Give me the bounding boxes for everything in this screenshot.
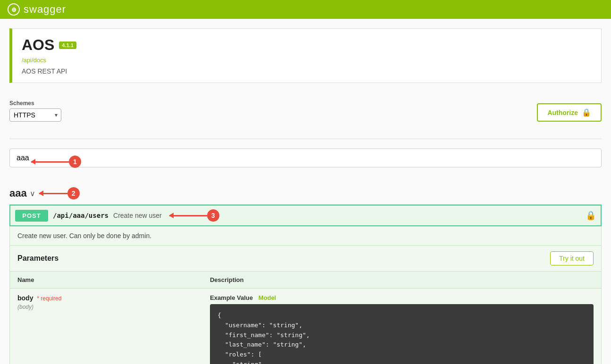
tag-chevron: ∨ — [30, 189, 35, 198]
schemes-section: Schemes HTTPS HTTP — [9, 100, 61, 122]
api-version-badge: 4.1.1 — [59, 41, 76, 49]
annotation-circle-3: 3 — [207, 209, 219, 222]
tag-name: aaa — [9, 187, 27, 199]
main-content: AOS 4.1.1 /api/docs AOS REST API Schemes… — [0, 19, 611, 364]
example-value-header: Example Value Model — [210, 294, 594, 301]
authorize-button[interactable]: Authorize 🔒 — [537, 103, 602, 122]
parameters-table: Name Description body * required (body) — [10, 272, 601, 364]
model-link[interactable]: Model — [259, 294, 276, 301]
body-param-row: body * required (body) Example Value Mod… — [10, 289, 601, 364]
parameters-section: Parameters Try it out Name Description b — [10, 246, 601, 364]
annotation-circle-2: 2 — [67, 187, 80, 199]
schemes-select-wrapper: HTTPS HTTP — [9, 108, 61, 122]
description-col-header: Description — [202, 272, 601, 289]
api-title-section: AOS 4.1.1 /api/docs AOS REST API — [9, 28, 602, 83]
name-col-header: Name — [10, 272, 202, 289]
tag-section: aaa ∨ 2 — [9, 182, 602, 205]
app-header: ⊕ swagger — [0, 0, 611, 19]
endpoint-row[interactable]: POST /api/aaa/users Create new user 3 🔒 — [9, 205, 602, 226]
parameters-header: Parameters Try it out — [10, 246, 601, 272]
schemes-label: Schemes — [9, 100, 61, 107]
endpoint-summary: Create new user — [113, 212, 162, 219]
schemes-select[interactable]: HTTPS HTTP — [9, 108, 61, 122]
app-title: swagger — [24, 3, 66, 16]
parameters-title: Parameters — [17, 254, 59, 263]
param-type: (body) — [17, 304, 195, 310]
authorize-label: Authorize — [547, 109, 578, 116]
endpoint-lock-icon: 🔒 — [586, 210, 596, 221]
search-row: 1 — [9, 149, 602, 175]
schemes-bar: Schemes HTTPS HTTP Authorize 🔒 — [9, 92, 602, 129]
annotation-3-wrapper: 3 — [169, 209, 219, 222]
param-name-cell: body * required (body) — [10, 289, 202, 364]
annotation-2-wrapper: 2 — [39, 187, 80, 199]
example-value-label: Example Value — [210, 294, 253, 301]
endpoint-container: POST /api/aaa/users Create new user 3 🔒 … — [9, 205, 602, 364]
try-it-out-button[interactable]: Try it out — [550, 251, 594, 265]
endpoint-path: /api/aaa/users — [53, 212, 109, 219]
divider — [9, 139, 602, 139]
code-content: { "username": "string", "first_name": "s… — [218, 311, 586, 364]
code-block: { "username": "string", "first_name": "s… — [210, 304, 594, 364]
api-name: AOS — [22, 36, 54, 54]
method-badge: POST — [15, 210, 48, 222]
tag-header[interactable]: aaa ∨ 2 — [9, 182, 602, 204]
param-required: * required — [37, 295, 61, 302]
endpoint-expanded: Create new user. Can only be done by adm… — [9, 226, 602, 364]
param-description-cell: Example Value Model { "username": "strin… — [202, 289, 601, 364]
lock-icon: 🔒 — [582, 108, 591, 117]
param-name: body — [17, 294, 33, 302]
swagger-logo-icon: ⊕ — [8, 3, 20, 16]
api-title-row: AOS 4.1.1 — [22, 36, 592, 54]
search-input[interactable] — [9, 149, 602, 167]
logo: ⊕ swagger — [8, 3, 66, 16]
api-description: AOS REST API — [22, 67, 67, 75]
api-docs-link[interactable]: /api/docs — [22, 57, 592, 64]
endpoint-description: Create new user. Can only be done by adm… — [10, 226, 601, 246]
